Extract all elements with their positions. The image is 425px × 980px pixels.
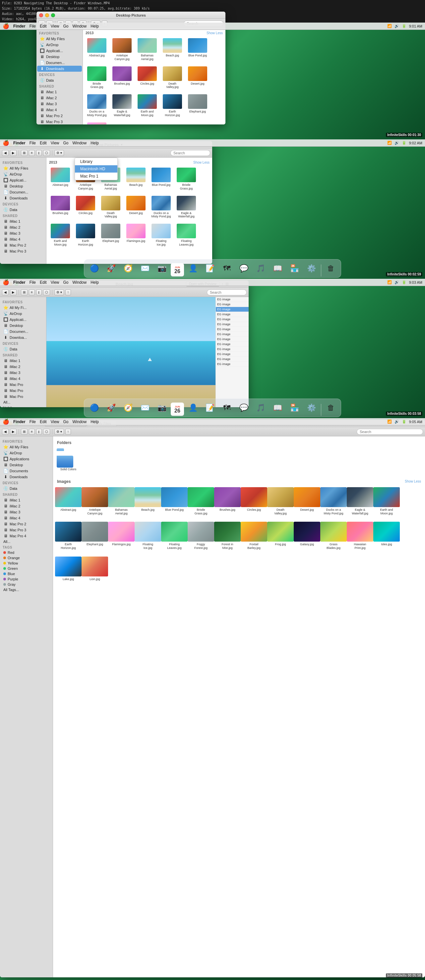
sidebar-item-desktop-1[interactable]: 🖥 Desktop: [37, 54, 82, 60]
list-item[interactable]: Earth and Moon.jpg: [136, 93, 159, 118]
sidebar-item-macpro3-1[interactable]: 🖥 Mac Pro 3: [37, 119, 82, 124]
help-menu-2[interactable]: Help: [90, 141, 99, 145]
dock-itunes-2[interactable]: 🎵: [253, 400, 268, 416]
dock-appstore-2[interactable]: 🏪: [286, 400, 302, 416]
dropdown-macpro1[interactable]: Mac Pro 1: [75, 173, 117, 180]
file-menu-3[interactable]: File: [30, 280, 36, 285]
dock-finder-1[interactable]: 🔵: [86, 261, 102, 277]
view-col-btn-4[interactable]: ⫿: [36, 429, 42, 435]
view-cover-btn-2[interactable]: ⬡: [43, 150, 50, 156]
sidebar-macpro4-4[interactable]: 🖥 Mac Pro 4: [1, 533, 52, 539]
battery-icon-2[interactable]: 🔋: [402, 141, 406, 145]
list-item[interactable]: Foggy Forest.jpg: [190, 520, 212, 551]
file-menu-2[interactable]: File: [30, 141, 36, 145]
list-item[interactable]: Ducks on a Misty Pond.jpg: [322, 486, 345, 517]
go-menu-4[interactable]: Go: [63, 420, 69, 424]
list-item[interactable]: Foxtail Barley.jpg: [243, 520, 265, 551]
show-less-4[interactable]: Show Less: [405, 480, 421, 483]
sidebar-blue-4[interactable]: Blue: [1, 571, 52, 576]
sidebar-airdrop-4[interactable]: 📡 AirDrop: [1, 450, 52, 456]
back-button-2[interactable]: ◀: [2, 150, 9, 156]
dock-safari-1[interactable]: 🧭: [120, 261, 136, 277]
list-item[interactable]: Galaxy.jpg: [296, 520, 318, 551]
dock-ibooks-2[interactable]: 📖: [270, 400, 285, 416]
list-item[interactable]: Abstract.jpg: [49, 166, 71, 192]
sidebar-applications-3[interactable]: 🔲 Applicati...: [1, 317, 45, 323]
list-item[interactable]: Eagle & Waterfall.jpg: [111, 93, 133, 118]
list-item[interactable]: Floating Ice.jpg: [150, 222, 172, 248]
list-item[interactable]: Elephant.jpg: [100, 222, 122, 248]
help-menu-4[interactable]: Help: [90, 420, 99, 424]
show-less-2[interactable]: Show Less: [193, 161, 209, 164]
file-menu-4[interactable]: File: [30, 420, 36, 424]
sidebar-macpro2-2[interactable]: 🖥 Mac Pro 2: [1, 242, 45, 248]
dock-calendar-1[interactable]: JUN 26: [171, 263, 184, 277]
view-list-btn-3[interactable]: ≡: [29, 290, 35, 295]
volume-icon-3[interactable]: 🔊: [395, 280, 399, 285]
maximize-button-1[interactable]: [51, 13, 55, 17]
sidebar-orange-4[interactable]: Orange: [1, 555, 52, 560]
view-menu-4[interactable]: View: [51, 420, 59, 424]
list-item[interactable]: Elephant.jpg: [84, 520, 106, 551]
right-panel-item-eg10[interactable]: EG image: [216, 342, 249, 347]
dock-messages-2[interactable]: 💬: [236, 400, 252, 416]
wifi-icon[interactable]: 📶: [387, 24, 392, 28]
share-btn-4[interactable]: ↑: [65, 429, 71, 435]
sidebar-item-imac4-1[interactable]: 🖥 iMac 4: [37, 107, 82, 113]
right-panel-item-eg1[interactable]: EG image: [216, 297, 249, 302]
list-item[interactable]: Lion.jpg: [84, 555, 106, 582]
sidebar-imac2-3[interactable]: 🖥 iMac 2: [1, 364, 45, 370]
battery-icon-4[interactable]: 🔋: [402, 420, 406, 424]
view-list-btn-2[interactable]: ≡: [29, 150, 35, 156]
sidebar-imac3-2[interactable]: 🖥 iMac 3: [1, 230, 45, 236]
list-item[interactable]: Floating Leaves.jpg: [175, 222, 198, 248]
file-menu[interactable]: File: [30, 24, 36, 29]
dock-trash-2[interactable]: 🗑: [323, 400, 339, 416]
view-menu-3[interactable]: View: [51, 280, 59, 285]
battery-icon[interactable]: 🔋: [402, 24, 406, 28]
list-item[interactable]: Brushes.jpg: [111, 65, 133, 91]
list-item[interactable]: Earth Horizon.jpg: [57, 520, 79, 551]
folder-solid-colors[interactable]: Solid Colors: [57, 447, 79, 473]
back-button-4[interactable]: ◀: [2, 429, 9, 435]
list-item[interactable]: Antelope Canyon.jpg: [111, 37, 133, 62]
list-item[interactable]: Earth Horizon.jpg: [161, 93, 184, 118]
dock-sysprefs-2[interactable]: ⚙️: [303, 400, 319, 416]
window-menu[interactable]: Window: [73, 24, 87, 29]
sidebar-desktop-3[interactable]: 🖥 Desktop: [1, 323, 45, 329]
view-icon-btn-3[interactable]: ⊞: [21, 290, 27, 295]
list-item[interactable]: Floating Leaves.jpg: [163, 520, 186, 551]
list-item[interactable]: Flamingos.jpg: [125, 222, 147, 248]
wifi-icon-2[interactable]: 📶: [387, 141, 392, 145]
dock-sysprefs-1[interactable]: ⚙️: [303, 261, 319, 277]
view-icon-btn-2[interactable]: ⊞: [21, 150, 27, 156]
sidebar-documents-2[interactable]: 📄 Documen...: [1, 189, 45, 195]
back-button-3[interactable]: ◀: [2, 290, 9, 295]
sidebar-macpro2-3[interactable]: 🖥 Mac Pro: [1, 388, 45, 394]
sidebar-item-applications-1[interactable]: 🔲 Applicati...: [37, 48, 82, 54]
action-btn-3[interactable]: ⚙ ▾: [54, 290, 64, 295]
sidebar-imac3-3[interactable]: 🖥 iMac 3: [1, 370, 45, 375]
view-menu-2[interactable]: View: [51, 141, 59, 145]
sidebar-imac2-2[interactable]: 🖥 iMac 2: [1, 224, 45, 230]
list-item[interactable]: Beach.jpg: [125, 166, 147, 192]
sidebar-item-documents-1[interactable]: 📄 Documen...: [37, 60, 82, 66]
dock-reminders-2[interactable]: 📝: [202, 400, 218, 416]
forward-button-2[interactable]: ▶: [10, 150, 17, 156]
sidebar-desktop-2[interactable]: 🖥 Desktop: [1, 183, 45, 189]
right-panel-item-eg5[interactable]: EG image: [216, 317, 249, 322]
list-item[interactable]: Beach.jpg: [161, 37, 184, 62]
dock-launchpad-2[interactable]: 🚀: [103, 400, 119, 416]
sidebar-macpro3-4[interactable]: 🖥 Mac Pro 3: [1, 527, 52, 533]
right-panel-item-eg3-selected[interactable]: EG image: [216, 307, 249, 312]
volume-icon-2[interactable]: 🔊: [395, 141, 399, 145]
list-item[interactable]: Antelope Canyon.jpg: [84, 486, 106, 517]
sidebar-imac4-3[interactable]: 🖥 iMac 4: [1, 375, 45, 382]
list-item[interactable]: Blue Pond.jpg: [186, 37, 209, 62]
window-menu-4[interactable]: Window: [73, 420, 87, 424]
dock-contacts-1[interactable]: 👤: [185, 261, 201, 277]
dock-finder-2[interactable]: 🔵: [86, 400, 102, 416]
sidebar-item-imac1-1[interactable]: 🖥 iMac 1: [37, 89, 82, 95]
dropdown-macintosh-hd[interactable]: Macintosh HD: [75, 165, 117, 173]
list-item[interactable]: Flamingos.jpg: [86, 121, 108, 124]
